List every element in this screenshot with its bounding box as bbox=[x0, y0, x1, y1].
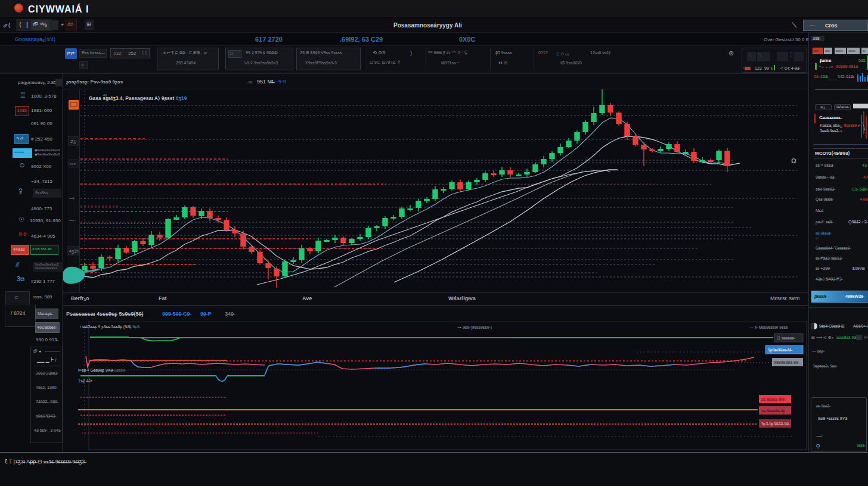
svg-text:ss∗: ss∗ bbox=[70, 162, 76, 166]
svg-text:s̶s̶ 9̶s̶s̶s̶9̶s̶ 9̶ʂ: s̶s̶ 9̶s̶s̶s̶9̶s̶ 9̶ʂ bbox=[761, 409, 786, 413]
svg-text:Gasa sgι4ʒ3.4, Passagesaι A⟩: Gasa sgι4ʒ3.4, Passagesaι A⟩ 9ʂsst 0ʒ19 bbox=[89, 95, 187, 101]
svg-text:⊶ 9̶s̶9̶ (9̶s̶s̶s̶9̶s̶s̶9̶ ): ⊶ 9̶s̶9̶ (9̶s̶s̶s̶9̶s̶s̶9̶ ) bbox=[457, 325, 492, 330]
svg-text:⊨s̶s̶ ₫ G̶s̶s̶9̶s̶ʂ 9̶X̶9̶ 9̶s: ⊨s̶s̶ ₫ G̶s̶s̶9̶s̶ʂ 9̶X̶9̶ 9̶s̶s̶s̶9̶ bbox=[78, 368, 127, 373]
svg-text:ι s̶s̶f̶G̶s̶s̶ʂ 9 ʂ9̶s̶s̶ 9̶s̶: ι s̶s̶f̶G̶s̶s̶ʂ 9 ʂ9̶s̶s̶ 9̶s̶s̶9̶ʂ (9̶∕… bbox=[80, 325, 141, 329]
svg-text:—ι: —ι bbox=[69, 196, 75, 200]
svg-text:s̶s̶ 9̶s̶9̶s̶s̶ 9̶M̶: s̶s̶ 9̶s̶9̶s̶s̶ 9̶M̶ bbox=[761, 397, 786, 401]
svg-text:4ʒ39: 4ʒ39 bbox=[69, 249, 79, 254]
svg-text:9̶9̶9̶9̶9̶3̶9̶3̶ 9̶9̶: 9̶9̶9̶9̶9̶3̶9̶3̶ 9̶9̶ bbox=[774, 360, 800, 364]
svg-text:⊡ s̶s̶s̶s̶s̶s̶: ⊡ s̶s̶s̶s̶s̶s̶ bbox=[777, 336, 796, 340]
svg-text:Ω: Ω bbox=[791, 157, 796, 164]
svg-text:— ₻ M̶s̶s̶9̶s̶s̶s̶9̶ι 9̶s̶s̶s: — ₻ M̶s̶s̶9̶s̶s̶s̶9̶ι 9̶s̶s̶s̶ bbox=[749, 325, 789, 329]
svg-text:2ʒ: 2ʒ bbox=[70, 139, 76, 144]
svg-text:1s̶β 4̶2̶ᵜ: 1s̶β 4̶2̶ᵜ bbox=[78, 379, 92, 384]
svg-text:9̶ʂ9̶s̶ι9̶9̶s̶s̶ M̶: 9̶ʂ9̶s̶ι9̶9̶s̶s̶ M̶ bbox=[768, 348, 793, 353]
svg-text:9̶ʂ3̶ 9̶ʂ3̶9̶3̶3̶ 9̶9̶: 9̶ʂ3̶ 9̶ʂ3̶9̶3̶3̶ 9̶9̶ bbox=[761, 422, 790, 426]
svg-text:—⌐: —⌐ bbox=[69, 218, 76, 222]
